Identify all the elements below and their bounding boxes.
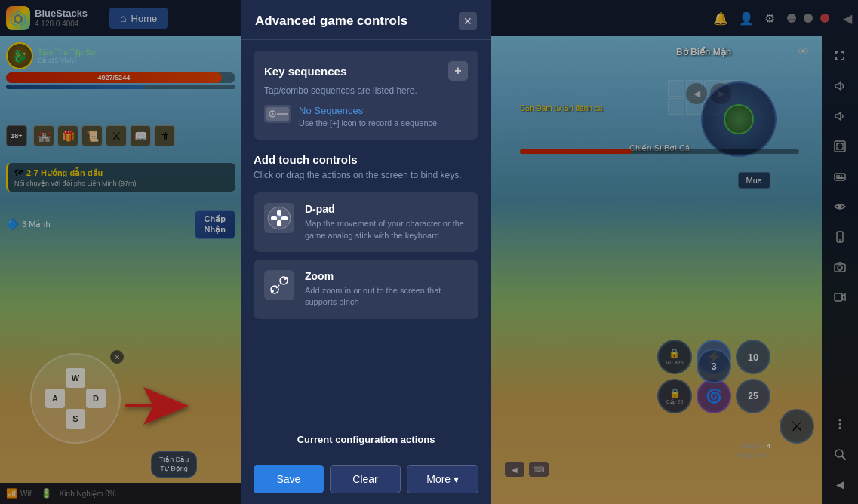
advanced-game-controls-modal: Advanced game controls ✕ Key sequences +… <box>241 0 491 504</box>
dpad-text: D-pad Map the movement of your character… <box>305 203 468 241</box>
dpad-desc: Map the movement of your character or th… <box>305 218 468 241</box>
more-chevron-icon: ▾ <box>454 473 459 485</box>
close-icon: ✕ <box>463 15 472 27</box>
modal-close-button[interactable]: ✕ <box>459 12 477 30</box>
no-seq-icon <box>264 105 291 123</box>
svg-point-5 <box>272 113 274 115</box>
add-touch-title: Add touch controls <box>254 153 478 166</box>
modal-header: Advanced game controls ✕ <box>241 0 491 40</box>
zoom-desc: Add zoom in or out to the screen that su… <box>305 285 468 309</box>
current-config-section: Current configuration actions <box>241 426 491 457</box>
modal-title: Advanced game controls <box>255 14 407 29</box>
save-button[interactable]: Save <box>254 465 324 493</box>
key-sequences-title: Key sequences <box>264 65 346 78</box>
more-label: More <box>426 473 451 485</box>
zoom-name: Zoom <box>305 270 468 282</box>
current-config-title: Current configuration actions <box>254 434 478 445</box>
zoom-icon <box>264 270 294 300</box>
key-sequences-header: Key sequences + <box>264 61 468 81</box>
no-sequences-container: No Sequences Use the [+] icon to record … <box>264 105 468 129</box>
svg-rect-9 <box>277 220 281 226</box>
clear-button[interactable]: Clear <box>330 465 401 493</box>
no-seq-text-block: No Sequences Use the [+] icon to record … <box>299 105 437 129</box>
no-sequences-title: No Sequences <box>299 105 437 116</box>
add-touch-desc: Click or drag the actions on the screen … <box>254 169 478 182</box>
modal-body: Key sequences + Tap/combo sequences are … <box>241 40 491 426</box>
dpad-name: D-pad <box>305 203 468 215</box>
svg-rect-11 <box>281 216 288 220</box>
add-sequence-button[interactable]: + <box>448 61 468 81</box>
zoom-control-item[interactable]: Zoom Add zoom in or out to the screen th… <box>254 260 478 319</box>
modal-footer: Save Clear More ▾ <box>241 457 491 504</box>
more-button[interactable]: More ▾ <box>407 465 478 493</box>
no-sequences-desc: Use the [+] icon to record a sequence <box>299 118 437 129</box>
key-sequences-subtitle: Tap/combo sequences are listed here. <box>264 85 468 96</box>
add-touch-section: Add touch controls Click or drag the act… <box>254 150 478 321</box>
zoom-text: Zoom Add zoom in or out to the screen th… <box>305 270 468 309</box>
key-sequences-section: Key sequences + Tap/combo sequences are … <box>254 51 478 140</box>
svg-rect-10 <box>271 216 277 220</box>
dpad-icon <box>264 203 294 233</box>
dpad-control-item[interactable]: D-pad Map the movement of your character… <box>254 192 478 252</box>
svg-rect-8 <box>277 210 281 216</box>
